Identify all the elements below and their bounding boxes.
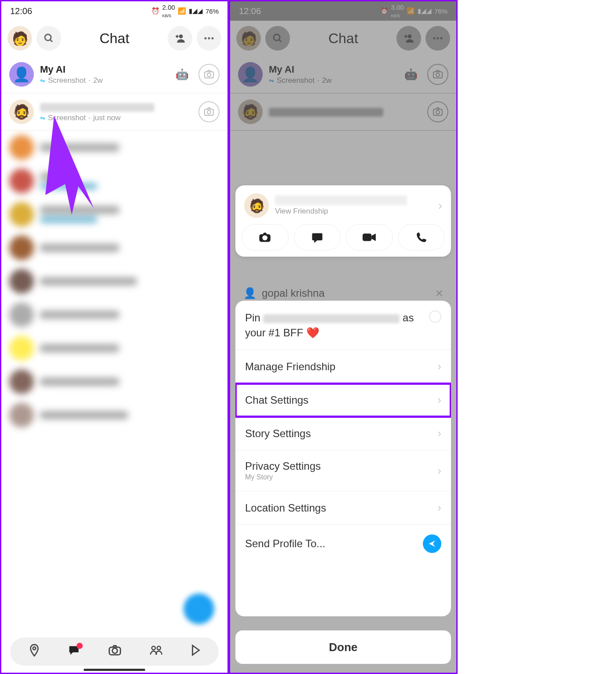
phone-left: 12:06 ⏰ 2.00KB/S 📶 ▮◢◢ 76% 🧑 Chat 👤 My A… — [0, 0, 229, 674]
chat-row-myai[interactable]: 👤 My AI ⇋ Screenshot · 2w 🤖 — [1, 56, 227, 93]
screenshot-icon: ⇋ — [40, 77, 45, 84]
chat-name-blurred — [40, 101, 192, 113]
search-button[interactable] — [37, 26, 61, 51]
view-friendship-label: View Friendship — [275, 207, 432, 216]
blurred-row — [1, 331, 227, 365]
video-icon — [362, 232, 376, 242]
more-button[interactable] — [197, 26, 221, 51]
notification-badge — [77, 643, 83, 649]
home-indicator — [84, 669, 145, 671]
camera-button[interactable] — [198, 101, 220, 122]
blurred-row — [1, 398, 227, 432]
more-icon — [204, 37, 214, 40]
robot-emoji: 🤖 — [176, 68, 189, 81]
status-time: 12:06 — [10, 6, 32, 16]
done-button[interactable]: Done — [235, 630, 451, 664]
chat-avatar: 🧔 — [9, 99, 34, 124]
chevron-right-icon: › — [437, 360, 441, 373]
svg-point-26 — [262, 235, 268, 240]
svg-point-3 — [205, 37, 207, 40]
chat-icon — [311, 232, 323, 243]
svg-point-9 — [207, 110, 211, 114]
add-friend-icon — [174, 33, 186, 44]
floating-action-button[interactable] — [183, 593, 214, 624]
options-sheet: Pin as your #1 BFF ❤️ Manage Friendship›… — [235, 301, 451, 616]
manage-friendship-option[interactable]: Manage Friendship› — [235, 350, 451, 383]
chat-name: My AI — [40, 64, 169, 75]
chat-avatar: 👤 — [9, 62, 34, 87]
privacy-settings-option[interactable]: Privacy SettingsMy Story › — [235, 450, 451, 491]
chat-header: 🧑 Chat — [1, 21, 227, 56]
blurred-row — [1, 265, 227, 298]
svg-rect-27 — [363, 233, 371, 241]
phone-right: 12:06 ⏰ 3.00KB/S 📶 ▮◢◢ 76% 🧑 Chat 👤 My A… — [229, 0, 458, 674]
nav-map[interactable] — [29, 644, 40, 659]
blurred-row — [1, 131, 227, 164]
close-icon: × — [435, 286, 443, 301]
blurred-row — [1, 365, 227, 398]
friend-avatar: 🧔 — [244, 193, 269, 218]
blurred-row — [1, 298, 227, 331]
snap-button[interactable] — [242, 224, 289, 250]
svg-point-13 — [152, 646, 155, 650]
audio-call-button[interactable] — [398, 224, 445, 250]
chat-row-friend[interactable]: 🧔 ⇋ Screenshot · just now — [1, 93, 227, 131]
radio-unchecked[interactable] — [429, 310, 441, 323]
camera-icon — [204, 107, 214, 116]
camera-icon — [204, 70, 214, 79]
camera-icon — [258, 232, 271, 243]
nav-spotlight[interactable] — [191, 645, 200, 659]
action-row — [242, 224, 445, 250]
net-speed: 2.00KB/S — [162, 4, 175, 18]
blurred-row — [1, 231, 227, 265]
search-icon — [44, 33, 54, 44]
phone-icon — [416, 232, 427, 243]
chevron-right-icon: › — [438, 199, 442, 213]
svg-point-12 — [112, 648, 117, 653]
chat-status: ⇋ Screenshot · just now — [40, 114, 192, 122]
status-right: ⏰ 2.00KB/S 📶 ▮◢◢ 76% — [151, 4, 219, 18]
chevron-right-icon: › — [437, 501, 441, 515]
send-icon — [423, 534, 441, 553]
nav-chat[interactable] — [68, 645, 80, 659]
profile-avatar[interactable]: 🧑 — [7, 26, 32, 51]
chat-settings-option[interactable]: Chat Settings› — [235, 383, 451, 417]
bottom-nav — [10, 637, 219, 666]
svg-point-4 — [208, 37, 210, 40]
video-call-button[interactable] — [346, 224, 393, 250]
story-settings-option[interactable]: Story Settings› — [235, 417, 451, 450]
chat-info: My AI ⇋ Screenshot · 2w — [40, 64, 169, 85]
location-settings-option[interactable]: Location Settings› — [235, 491, 451, 525]
wifi-icon: 📶 — [178, 7, 186, 15]
svg-point-0 — [45, 34, 51, 41]
page-title: Chat — [66, 30, 163, 47]
alarm-icon: ⏰ — [151, 7, 160, 15]
chat-info: ⇋ Screenshot · just now — [40, 101, 192, 122]
chevron-right-icon: › — [437, 427, 441, 440]
chat-status: ⇋ Screenshot · 2w — [40, 76, 169, 85]
svg-point-5 — [212, 37, 214, 40]
friend-profile-row[interactable]: 🧔 View Friendship › — [242, 192, 445, 224]
send-profile-option[interactable]: Send Profile To... — [235, 525, 451, 563]
svg-point-7 — [207, 73, 211, 77]
status-bar: 12:06 ⏰ 2.00KB/S 📶 ▮◢◢ 76% — [1, 1, 227, 21]
svg-point-14 — [157, 646, 161, 650]
friend-name-blurred — [275, 195, 407, 205]
peek-name: gopal krishna — [262, 287, 325, 299]
nav-camera[interactable] — [108, 645, 121, 659]
chat-button[interactable] — [294, 224, 341, 250]
chevron-right-icon: › — [437, 464, 441, 478]
pin-bff-option[interactable]: Pin as your #1 BFF ❤️ — [235, 301, 451, 350]
signal-icon: ▮◢◢ — [189, 7, 203, 15]
chevron-right-icon: › — [437, 393, 441, 407]
svg-line-1 — [50, 40, 52, 42]
blurred-row — [1, 164, 227, 198]
svg-point-2 — [179, 34, 183, 38]
add-friend-button[interactable] — [168, 26, 192, 51]
blurred-row — [1, 198, 227, 231]
camera-button[interactable] — [198, 64, 220, 85]
screenshot-icon: ⇋ — [40, 114, 45, 122]
battery-text: 76% — [205, 7, 219, 15]
friend-card: 🧔 View Friendship › — [235, 185, 451, 257]
nav-stories[interactable] — [150, 645, 163, 658]
